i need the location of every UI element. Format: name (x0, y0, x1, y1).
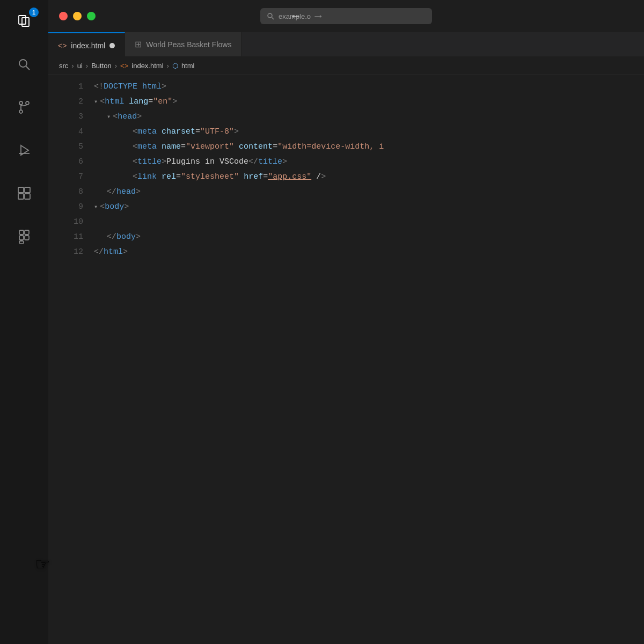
tab-bar: <> index.html ⊞ World Peas Basket Flows (48, 32, 644, 57)
activity-extensions[interactable] (0, 172, 48, 215)
tab-html-icon: <> (58, 41, 67, 50)
breadcrumb: src › ui › Button › <> index.html › ⬡ ht… (48, 57, 644, 75)
breadcrumb-sep-4: › (167, 62, 169, 70)
breadcrumb-src[interactable]: src (59, 62, 68, 70)
activity-search[interactable] (0, 43, 48, 86)
code-line-10 (94, 215, 644, 230)
search-bar[interactable]: example.o (260, 8, 432, 24)
svg-point-5 (26, 101, 29, 105)
breadcrumb-html-icon: <> (120, 62, 128, 70)
code-line-12: </html> (94, 245, 644, 260)
svg-line-20 (272, 18, 274, 20)
svg-rect-12 (18, 194, 24, 199)
nav-arrows: ← → (290, 9, 324, 23)
forward-arrow[interactable]: → (312, 9, 324, 23)
window-controls (59, 12, 96, 20)
code-line-5: <meta name="viewport" content="width=dev… (94, 140, 644, 155)
activity-bar: 1 (0, 0, 48, 644)
maximize-button[interactable] (87, 12, 96, 20)
code-line-1: <!DOCTYPE html> (94, 79, 644, 94)
activity-explorer[interactable]: 1 (0, 0, 48, 43)
tab-world-peas-label: World Peas Basket Flows (146, 40, 231, 49)
svg-rect-10 (18, 187, 24, 193)
tab-figma-icon: ⊞ (135, 39, 142, 49)
code-line-9: ▾<body> (94, 200, 644, 215)
close-button[interactable] (59, 12, 68, 20)
breadcrumb-sep-1: › (71, 62, 74, 70)
breadcrumb-ui[interactable]: ui (77, 62, 83, 70)
tab-unsaved-dot (109, 43, 115, 48)
code-line-11: </body> (94, 230, 644, 245)
svg-rect-13 (25, 194, 30, 199)
activity-run-debug[interactable] (0, 129, 48, 172)
breadcrumb-sep-2: › (86, 62, 88, 70)
activity-figma[interactable] (0, 215, 48, 258)
breadcrumb-html-element[interactable]: html (181, 62, 195, 70)
breadcrumb-box-icon: ⬡ (172, 62, 178, 70)
svg-point-6 (19, 110, 23, 113)
code-line-7: <link rel="stylesheet" href="app.css" /> (94, 170, 644, 185)
code-line-8: </head> (94, 185, 644, 200)
tab-index-html-label: index.html (71, 41, 105, 50)
explorer-badge: 1 (29, 8, 39, 17)
activity-source-control[interactable] (0, 86, 48, 129)
code-editor[interactable]: <!DOCTYPE html> ▾<html lang="en"> ▾<head… (83, 75, 644, 644)
editor[interactable]: 1 2 3 4 5 6 7 8 9 10 11 12 <!DOCTYPE htm… (48, 75, 644, 644)
breadcrumb-button[interactable]: Button (91, 62, 112, 70)
svg-rect-11 (25, 187, 30, 193)
svg-point-4 (19, 101, 23, 105)
search-icon (267, 12, 274, 20)
tab-world-peas[interactable]: ⊞ World Peas Basket Flows (125, 32, 241, 56)
svg-rect-14 (19, 230, 24, 235)
code-line-6: <title>Plugins in VSCode</title> (94, 155, 644, 170)
breadcrumb-sep-3: › (115, 62, 117, 70)
svg-rect-16 (19, 236, 24, 240)
code-line-3: ▾<head> (94, 109, 644, 125)
main-content: ← → example.o <> index.html ⊞ World Peas… (48, 0, 644, 644)
svg-rect-17 (25, 236, 29, 240)
svg-point-19 (268, 13, 272, 18)
title-bar: ← → example.o (48, 0, 644, 32)
back-arrow[interactable]: ← (290, 9, 302, 23)
code-line-2: ▾<html lang="en"> (94, 94, 644, 109)
minimize-button[interactable] (73, 12, 82, 20)
code-line-4: <meta charset="UTF-8"> (94, 125, 644, 140)
breadcrumb-index-html[interactable]: index.html (131, 62, 163, 70)
line-numbers: 1 2 3 4 5 6 7 8 9 10 11 12 (48, 75, 83, 644)
svg-point-2 (19, 60, 27, 67)
svg-rect-18 (19, 241, 24, 244)
tab-index-html[interactable]: <> index.html (48, 32, 125, 56)
svg-line-3 (26, 67, 30, 70)
svg-rect-15 (25, 230, 29, 235)
